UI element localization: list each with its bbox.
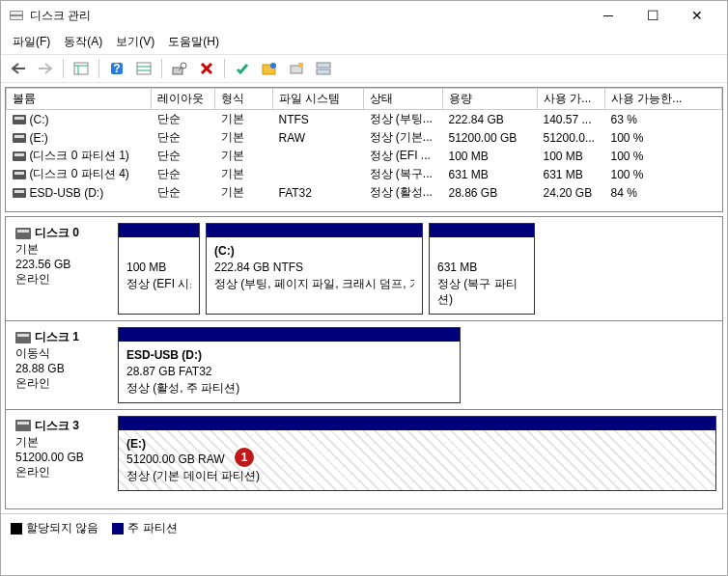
legend-swatch-unallocated — [11, 523, 22, 535]
svg-text:?: ? — [113, 62, 120, 75]
partition[interactable]: 631 MB 정상 (복구 파티션) — [429, 223, 535, 315]
svg-rect-18 — [317, 63, 330, 68]
table-row[interactable]: (디스크 0 파티션 4)단순기본정상 (복구...631 MB631 MB10… — [7, 165, 722, 183]
menu-file[interactable]: 파일(F) — [7, 32, 56, 52]
annotation-badge: 1 — [235, 448, 254, 467]
col-freepct[interactable]: 사용 가능한... — [605, 89, 722, 110]
svg-rect-2 — [11, 16, 22, 19]
volume-icon — [13, 151, 26, 161]
partition[interactable]: (C:) 222.84 GB NTFS 정상 (부팅, 페이지 파일, 크래시 … — [206, 223, 423, 315]
title-bar: 디스크 관리 ─ ☐ ✕ — [1, 1, 727, 30]
disk-map: 디스크 0 기본 223.56 GB 온라인 100 MB 정상 (EFI 시스… — [5, 216, 723, 509]
volume-icon — [13, 170, 26, 179]
disk-icon — [15, 420, 31, 431]
forward-icon[interactable] — [34, 58, 57, 79]
maximize-button[interactable]: ☐ — [630, 1, 675, 30]
volume-icon — [13, 115, 26, 124]
layout-icon[interactable] — [312, 58, 335, 79]
new-folder-icon[interactable] — [258, 58, 281, 79]
col-free[interactable]: 사용 가... — [538, 89, 605, 110]
col-volume[interactable]: 볼륨 — [7, 89, 152, 110]
col-layout[interactable]: 레이아웃 — [152, 89, 215, 110]
view-detail-icon[interactable] — [132, 58, 155, 79]
disk-label: 디스크 1 이동식 28.88 GB 온라인 — [12, 327, 112, 402]
svg-rect-19 — [317, 69, 330, 74]
col-status[interactable]: 상태 — [364, 89, 443, 110]
volume-icon — [13, 188, 26, 198]
svg-rect-1 — [11, 12, 22, 14]
svg-rect-8 — [137, 63, 151, 74]
disk-label: 디스크 0 기본 223.56 GB 온라인 — [12, 223, 112, 315]
partition[interactable]: 100 MB 정상 (EFI 시스 — [118, 223, 200, 315]
menu-action[interactable]: 동작(A) — [58, 32, 108, 52]
check-icon[interactable] — [231, 58, 254, 79]
disk-3[interactable]: 디스크 3 기본 51200.00 GB 온라인 (E:) 51200.00 G… — [6, 410, 722, 497]
svg-rect-17 — [298, 63, 303, 68]
legend-swatch-primary — [112, 523, 124, 535]
window-title: 디스크 관리 — [30, 8, 586, 24]
partition[interactable]: ESD-USB (D:) 28.87 GB FAT32 정상 (활성, 주 파티… — [118, 327, 461, 402]
legend: 할당되지 않음 주 파티션 — [1, 513, 727, 542]
table-row[interactable]: (E:)단순기본RAW정상 (기본...51200.00 GB51200.0..… — [7, 128, 722, 147]
menu-view[interactable]: 보기(V) — [110, 32, 160, 52]
app-icon — [9, 8, 24, 23]
disk-icon — [15, 332, 31, 343]
toolbar: ? — [1, 55, 727, 83]
volume-list[interactable]: 볼륨 레이아웃 형식 파일 시스템 상태 용량 사용 가... 사용 가능한..… — [5, 87, 723, 212]
new-volume-icon[interactable] — [285, 58, 308, 79]
disk-label: 디스크 3 기본 51200.00 GB 온라인 — [12, 416, 112, 491]
view-list-icon[interactable] — [70, 58, 93, 79]
svg-point-15 — [270, 63, 276, 69]
minimize-button[interactable]: ─ — [586, 1, 630, 30]
back-icon[interactable] — [7, 58, 30, 79]
disk-icon — [15, 228, 31, 239]
disk-1[interactable]: 디스크 1 이동식 28.88 GB 온라인 ESD-USB (D:) 28.8… — [6, 321, 722, 409]
close-button[interactable]: ✕ — [675, 1, 719, 30]
menu-help[interactable]: 도움말(H) — [162, 32, 225, 52]
volume-icon — [13, 133, 26, 143]
delete-icon[interactable] — [195, 58, 218, 79]
col-capacity[interactable]: 용량 — [443, 89, 538, 110]
col-type[interactable]: 형식 — [215, 89, 273, 110]
table-row[interactable]: (디스크 0 파티션 1)단순기본정상 (EFI ...100 MB100 MB… — [7, 147, 722, 165]
help-icon[interactable]: ? — [105, 58, 128, 79]
table-row[interactable]: (C:)단순기본NTFS정상 (부팅...222.84 GB140.57 ...… — [7, 110, 722, 129]
menu-bar: 파일(F) 동작(A) 보기(V) 도움말(H) — [1, 30, 727, 55]
partition[interactable]: (E:) 51200.00 GB RAW 정상 (기본 데이터 파티션) 1 — [118, 416, 716, 491]
table-row[interactable]: ESD-USB (D:)단순기본FAT32정상 (활성...28.86 GB24… — [7, 183, 722, 202]
svg-rect-3 — [74, 63, 88, 74]
disk-0[interactable]: 디스크 0 기본 223.56 GB 온라인 100 MB 정상 (EFI 시스… — [6, 217, 722, 321]
properties-icon[interactable] — [168, 58, 191, 79]
col-fs[interactable]: 파일 시스템 — [273, 89, 364, 110]
